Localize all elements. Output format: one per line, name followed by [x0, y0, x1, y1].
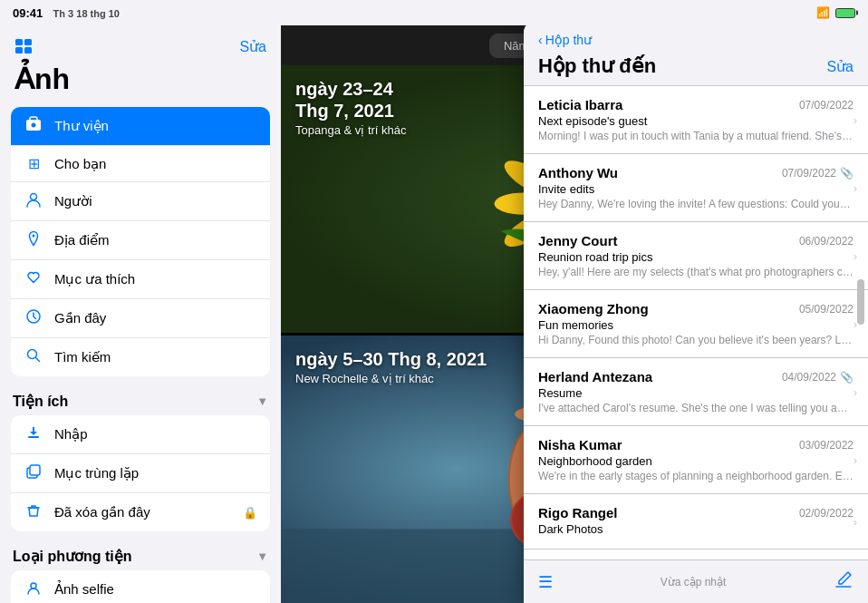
- sidebar-item-duplicates[interactable]: Mục trùng lặp: [11, 454, 270, 493]
- library-label: Thư viện: [54, 118, 109, 134]
- svg-point-7: [33, 235, 35, 238]
- mail-preview: Hi Danny, Found this photo! Can you beli…: [538, 334, 854, 346]
- mail-sender: Leticia Ibarra: [538, 97, 622, 112]
- sidebar-item-library[interactable]: Thư viện: [11, 107, 270, 146]
- sidebar-item-people[interactable]: Người: [11, 182, 270, 221]
- utilities-section-header[interactable]: Tiện ích ▼: [0, 384, 281, 415]
- home-button[interactable]: [857, 279, 864, 325]
- svg-rect-10: [28, 436, 39, 438]
- trash-icon: [24, 502, 43, 522]
- import-icon: [24, 424, 43, 444]
- sidebar-item-places[interactable]: Địa điểm: [11, 221, 270, 260]
- mail-item[interactable]: Xiaomeng Zhong 05/09/2022 Fun memories H…: [524, 290, 868, 358]
- wifi-icon: 📶: [816, 6, 830, 19]
- sidebar-item-deleted[interactable]: Đã xóa gần đây 🔒: [11, 493, 270, 531]
- chevron-right-icon: ›: [854, 385, 857, 399]
- chevron-right-icon: ›: [854, 113, 857, 127]
- utilities-items: Nhập Mục trùng lặp Đã xó: [11, 415, 270, 531]
- sidebar-item-favorites[interactable]: Mục ưa thích: [11, 260, 270, 299]
- sidebar-item-recent[interactable]: Gần đây: [11, 299, 270, 338]
- mail-overlay: ‹ Hộp thư Hộp thư đến Sửa Leticia Ibarra…: [524, 22, 868, 603]
- status-bar: 09:41 Th 3 18 thg 10 📶: [0, 0, 868, 25]
- mail-refresh-icon[interactable]: ☰: [538, 572, 553, 592]
- mail-list: Leticia Ibarra 07/09/2022 Next episode's…: [524, 86, 868, 559]
- mail-preview: I've attached Carol's resume. She's the …: [538, 402, 854, 414]
- lock-icon: 🔒: [243, 506, 257, 520]
- mail-item-header: Xiaomeng Zhong 05/09/2022: [538, 301, 854, 316]
- svg-rect-0: [15, 39, 23, 45]
- mail-date: 03/09/2022: [799, 439, 854, 452]
- mail-update-label: Vừa cập nhật: [661, 576, 727, 588]
- mail-date: 02/09/2022: [799, 507, 854, 520]
- recent-icon: [24, 308, 43, 328]
- sidebar-edit-button[interactable]: Sửa: [239, 38, 266, 55]
- mail-inbox-edit-button[interactable]: Sửa: [826, 58, 854, 75]
- photo-block-2-info: ngày 5–30 Thg 8, 2021 New Rochelle & vị …: [295, 348, 487, 385]
- mail-item[interactable]: Herland Antezana 04/09/2022 📎 Resume I'v…: [524, 358, 868, 426]
- mail-item-header: Herland Antezana 04/09/2022 📎: [538, 369, 854, 384]
- mail-sender: Xiaomeng Zhong: [538, 301, 649, 316]
- mediatypes-items: Ảnh selfie Live Photos: [11, 570, 270, 603]
- status-time: 09:41: [13, 6, 43, 20]
- mail-back-button[interactable]: ‹ Hộp thư: [538, 33, 592, 47]
- sidebar-item-search[interactable]: Tìm kiếm: [11, 338, 270, 376]
- mail-preview: We're in the early stages of planning a …: [538, 470, 854, 482]
- selfie-icon: [24, 579, 43, 599]
- sidebar-item-selfie[interactable]: Ảnh selfie: [11, 570, 270, 603]
- mediatypes-section-header[interactable]: Loại phương tiện ▼: [0, 539, 281, 570]
- mail-date: 04/09/2022 📎: [782, 371, 854, 384]
- mail-sender: Rigo Rangel: [538, 505, 618, 520]
- mail-item[interactable]: Nisha Kumar 03/09/2022 Neighborhood gard…: [524, 426, 868, 494]
- sidebar-item-foryou[interactable]: ⊞ Cho bạn: [11, 146, 270, 182]
- places-label: Địa điểm: [54, 232, 110, 248]
- svg-rect-3: [24, 47, 32, 53]
- mail-item[interactable]: Rigo Rangel 02/09/2022 Dark Photos ›: [524, 494, 868, 550]
- photo-block-1-date: ngày 23–24 Thg 7, 2021: [295, 78, 407, 122]
- sidebar: Sửa Ảnh Thư viện ⊞ Cho bạn: [0, 25, 281, 603]
- mail-subject: Next episode's guest: [538, 114, 854, 128]
- deleted-label: Đã xóa gần đây: [54, 504, 150, 520]
- sidebar-item-import[interactable]: Nhập: [11, 415, 270, 454]
- mail-date: 07/09/2022 📎: [782, 167, 854, 180]
- utilities-chevron: ▼: [256, 394, 268, 408]
- mail-date: 05/09/2022: [799, 303, 854, 316]
- chevron-right-icon: ›: [854, 515, 857, 529]
- mail-item-header: Rigo Rangel 02/09/2022: [538, 505, 854, 520]
- mail-item-header: Jenny Court 06/09/2022: [538, 233, 854, 248]
- chevron-right-icon: ›: [854, 249, 857, 263]
- photo-block-1-location: Topanga & vị trí khác: [295, 123, 407, 137]
- mail-preview: Hey Danny, We're loving the invite! A fe…: [538, 198, 854, 210]
- mail-toolbar: ☰ Vừa cập nhật: [524, 559, 868, 603]
- status-right-icons: 📶: [816, 6, 855, 19]
- mail-subject: Neighborhood garden: [538, 454, 854, 468]
- photo-block-1-info: ngày 23–24 Thg 7, 2021 Topanga & vị trí …: [295, 78, 407, 137]
- mediatypes-chevron: ▼: [256, 550, 268, 563]
- mail-sender: Jenny Court: [538, 233, 618, 248]
- favorites-label: Mục ưa thích: [54, 271, 135, 287]
- attachment-icon: 📎: [840, 371, 854, 384]
- import-label: Nhập: [54, 426, 88, 443]
- svg-point-6: [31, 194, 37, 200]
- mail-subject: Resume: [538, 386, 854, 400]
- mail-sender: Nisha Kumar: [538, 437, 622, 452]
- duplicates-label: Mục trùng lặp: [54, 465, 139, 481]
- mail-sender: Herland Antezana: [538, 369, 652, 384]
- back-label: Hộp thư: [545, 33, 592, 47]
- foryou-icon: ⊞: [24, 155, 43, 172]
- mail-header: ‹ Hộp thư Hộp thư đến Sửa: [524, 22, 868, 86]
- mail-item[interactable]: Anthony Wu 07/09/2022 📎 Invite edits Hey…: [524, 154, 868, 222]
- mail-subject: Fun memories: [538, 318, 854, 332]
- selfie-label: Ảnh selfie: [54, 581, 114, 598]
- mail-sender: Anthony Wu: [538, 165, 618, 180]
- mediatypes-label: Loại phương tiện: [13, 548, 132, 565]
- chevron-right-icon: ›: [854, 453, 857, 467]
- mail-item[interactable]: Leticia Ibarra 07/09/2022 Next episode's…: [524, 86, 868, 154]
- mail-subject: Invite edits: [538, 182, 854, 196]
- svg-point-13: [31, 583, 36, 588]
- svg-point-5: [32, 123, 36, 128]
- mail-item[interactable]: Jenny Court 06/09/2022 Reunion road trip…: [524, 222, 868, 290]
- search-icon: [24, 347, 43, 367]
- duplicates-icon: [24, 463, 43, 483]
- mail-compose-button[interactable]: [834, 569, 854, 594]
- sidebar-header: Sửa: [0, 25, 281, 60]
